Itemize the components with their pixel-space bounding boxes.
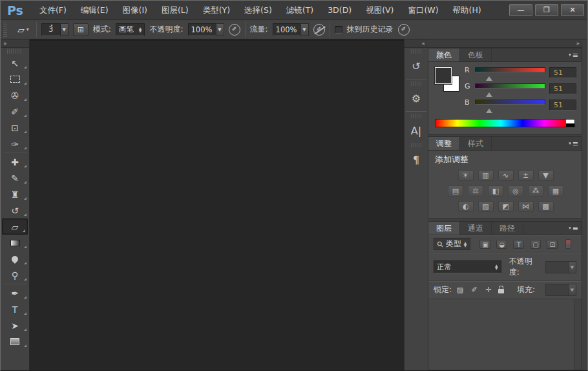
channel-mixer-icon[interactable]: ⁂	[528, 186, 543, 196]
toolbar-grip[interactable]	[7, 49, 23, 54]
slider-thumb[interactable]	[486, 105, 492, 113]
filter-pixel-layers-icon[interactable]: ▣	[479, 240, 490, 249]
toolbar-collapse-icon[interactable]: »	[1, 39, 29, 48]
menu-item-6[interactable]: 滤镜(T)	[279, 1, 320, 19]
panel-menu-icon[interactable]: ▾ ≡	[565, 222, 582, 235]
tablet-pressure-opacity-icon[interactable]: ✐	[229, 24, 240, 36]
dock-grip[interactable]	[411, 49, 421, 54]
panel-menu-icon[interactable]: ▾ ≡	[565, 48, 582, 61]
tab-layers[interactable]: 图层	[428, 222, 460, 235]
properties-panel-icon[interactable]: ⚙	[404, 87, 428, 109]
spot-healing-brush-tool-icon[interactable]: ✚	[1, 154, 29, 170]
brush-size-dropdown-button[interactable]: ▼	[60, 23, 68, 36]
selective-color-icon[interactable]: ⋈	[518, 201, 534, 212]
dock-grip[interactable]	[411, 114, 421, 118]
options-bar-grip[interactable]	[3, 23, 7, 37]
spectrum-gradient[interactable]	[436, 120, 566, 127]
dodge-tool-icon[interactable]: ⚲	[1, 267, 29, 283]
lock-image-pixels-icon[interactable]: ✐	[470, 286, 479, 294]
menu-item-7[interactable]: 3D(D)	[320, 1, 359, 19]
filter-type-layers-icon[interactable]: T	[513, 240, 524, 249]
eyedropper-tool-icon[interactable]: ✑	[1, 136, 29, 152]
photo-filter-icon[interactable]: ◎	[508, 186, 523, 196]
color-balance-icon[interactable]: ⚖	[468, 186, 483, 196]
type-tool-icon[interactable]: T	[1, 301, 29, 317]
vibrance-icon[interactable]: ▼	[538, 170, 554, 181]
mode-select[interactable]: 画笔 ▲▼	[116, 23, 145, 36]
opacity-select[interactable]: 100%	[188, 23, 216, 36]
tab-channels[interactable]: 通道	[460, 222, 492, 235]
black-swatch[interactable]	[566, 123, 574, 127]
history-panel-icon[interactable]: ↺	[404, 55, 428, 77]
black-and-white-icon[interactable]: ◧	[488, 186, 503, 196]
brightness-contrast-icon[interactable]: ☀	[458, 170, 474, 181]
filter-shape-layers-icon[interactable]: ▢	[530, 240, 541, 249]
levels-icon[interactable]: ▥	[478, 170, 494, 181]
tab-swatches[interactable]: 色板	[460, 48, 492, 61]
dock-expand-icon[interactable]: »	[428, 39, 582, 48]
menu-item-3[interactable]: 图层(L)	[154, 1, 196, 19]
menu-item-10[interactable]: 帮助(H)	[446, 1, 488, 19]
filter-smart-objects-icon[interactable]: ⊡	[547, 240, 558, 249]
channel-b-value[interactable]: 51	[549, 100, 576, 111]
invert-icon[interactable]: ◐	[458, 201, 474, 212]
opacity-dropdown-button[interactable]: ▼	[216, 23, 224, 36]
layers-opacity-value[interactable]	[545, 261, 569, 273]
menu-item-9[interactable]: 窗口(W)	[401, 1, 445, 19]
layer-filter-toggle[interactable]	[565, 239, 571, 249]
clone-stamp-tool-icon[interactable]: ♜	[1, 186, 29, 202]
quick-selection-tool-icon[interactable]: ✐	[1, 103, 29, 120]
gradient-map-icon[interactable]: ▩	[538, 201, 554, 212]
move-tool-icon[interactable]: ↖	[1, 55, 29, 71]
blend-mode-select[interactable]: 正常 ▲▼	[434, 260, 501, 273]
minimize-button[interactable]: —	[509, 4, 532, 16]
fill-value[interactable]	[545, 284, 569, 296]
brush-size-preview[interactable]: 3	[41, 23, 61, 36]
erase-to-history-checkbox[interactable]	[335, 26, 342, 34]
eraser-tool-icon[interactable]: ▱	[2, 218, 28, 235]
fill-dropdown-button[interactable]: ▼	[568, 284, 576, 296]
history-brush-tool-icon[interactable]: ↺	[1, 202, 29, 218]
layers-scrollbar[interactable]	[574, 299, 582, 370]
flow-select[interactable]: 100%	[273, 23, 301, 36]
tab-styles[interactable]: 样式	[460, 137, 492, 150]
tablet-pressure-size-icon[interactable]: ✐	[398, 24, 410, 36]
exposure-icon[interactable]: ±	[518, 170, 534, 181]
rectangle-tool-icon[interactable]	[1, 334, 29, 350]
channel-r-slider[interactable]	[475, 67, 545, 80]
layer-filter-kind-select[interactable]: ⚲ 类型 ▲▼	[434, 238, 470, 250]
tab-color[interactable]: 颜色	[428, 48, 460, 61]
paragraph-panel-icon[interactable]: ¶	[404, 149, 428, 171]
dock-grip[interactable]	[411, 81, 421, 86]
dock-grip[interactable]	[411, 143, 421, 147]
lasso-tool-icon[interactable]: ✇	[1, 87, 29, 103]
posterize-icon[interactable]: ▨	[478, 201, 494, 212]
maximize-button[interactable]: ❒	[535, 4, 558, 16]
layers-opacity-dropdown-button[interactable]: ▼	[568, 261, 576, 273]
panel-menu-icon[interactable]: ▾ ≡	[565, 137, 582, 150]
toggle-brush-panel-icon[interactable]: ⊞	[73, 23, 89, 36]
hue-saturation-icon[interactable]: ▤	[448, 186, 463, 196]
color-lookup-icon[interactable]: ▦	[548, 186, 563, 196]
layers-list[interactable]	[428, 299, 582, 370]
slider-thumb[interactable]	[486, 73, 492, 81]
channel-g-value[interactable]: 51	[549, 83, 576, 94]
filter-adjustment-layers-icon[interactable]: ◒	[496, 240, 507, 249]
flow-dropdown-button[interactable]: ▼	[300, 23, 309, 36]
path-selection-tool-icon[interactable]: ➤	[1, 317, 29, 334]
curves-icon[interactable]: ∿	[498, 170, 514, 181]
airbrush-icon[interactable]: ✐	[313, 24, 325, 36]
menu-item-4[interactable]: 类型(Y)	[196, 1, 237, 19]
menu-item-2[interactable]: 图像(I)	[116, 1, 154, 19]
foreground-color-swatch[interactable]	[435, 67, 452, 84]
crop-tool-icon[interactable]: ⊡	[1, 120, 29, 136]
canvas-workspace[interactable]	[30, 39, 404, 370]
color-spectrum-ramp[interactable]	[435, 119, 575, 127]
gradient-tool-icon[interactable]	[1, 235, 29, 251]
brush-tool-icon[interactable]: ✎	[1, 170, 29, 186]
menu-item-0[interactable]: 文件(F)	[32, 1, 74, 19]
dock-collapse-icon[interactable]: «	[404, 39, 428, 48]
channel-g-slider[interactable]	[475, 83, 545, 96]
threshold-icon[interactable]: ◩	[498, 201, 514, 212]
blur-tool-icon[interactable]	[1, 251, 29, 267]
